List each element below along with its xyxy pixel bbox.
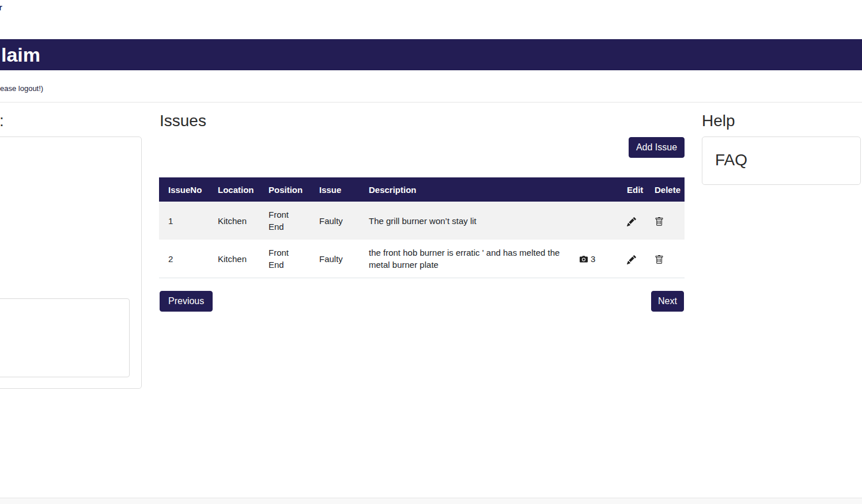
cell-location: Kitchen	[209, 202, 259, 240]
cell-position: Front End	[259, 240, 310, 278]
pencil-icon[interactable]	[627, 217, 636, 226]
page: r laim ease logout!) : Issues Add Issue …	[0, 0, 862, 504]
cell-position: Front End	[259, 202, 310, 240]
camera-icon	[579, 255, 588, 264]
divider	[0, 102, 862, 103]
col-header-issueno: IssueNo	[159, 177, 209, 202]
cell-location: Kitchen	[209, 240, 259, 278]
next-button[interactable]: Next	[651, 291, 684, 312]
page-title: laim	[1, 44, 40, 66]
photo-count-indicator[interactable]: 3	[579, 254, 595, 264]
col-header-edit: Edit	[618, 177, 645, 202]
pencil-icon[interactable]	[627, 255, 636, 264]
col-header-position: Position	[259, 177, 310, 202]
issues-table: IssueNo Location Position Issue Descript…	[159, 177, 685, 278]
left-panel-textarea[interactable]	[0, 298, 130, 377]
col-header-delete: Delete	[645, 177, 685, 202]
cell-edit	[618, 240, 645, 278]
cell-issueno: 2	[159, 240, 209, 278]
cell-delete	[645, 202, 685, 240]
cell-issueno: 1	[159, 202, 209, 240]
cell-delete	[645, 240, 685, 278]
table-header-row: IssueNo Location Position Issue Descript…	[159, 177, 685, 202]
photo-count: 3	[591, 254, 595, 264]
issues-heading: Issues	[160, 112, 206, 130]
faq-card[interactable]: FAQ	[702, 137, 861, 185]
hero-banner: laim	[0, 39, 862, 70]
col-header-location: Location	[209, 177, 259, 202]
faq-link[interactable]: FAQ	[715, 151, 747, 169]
table-row: 2 Kitchen Front End Faulty the front hob…	[159, 240, 685, 278]
footer	[0, 498, 862, 504]
col-header-photo	[570, 177, 618, 202]
cell-description: the front hob burner is erratic ' and ha…	[360, 240, 570, 278]
previous-button[interactable]: Previous	[160, 291, 213, 312]
cell-description: The grill burner won’t stay lit	[360, 202, 570, 240]
trash-icon[interactable]	[655, 217, 664, 226]
add-issue-button[interactable]: Add Issue	[629, 137, 685, 158]
cell-photo	[570, 202, 618, 240]
cell-issue: Faulty	[310, 202, 360, 240]
cell-issue: Faulty	[310, 240, 360, 278]
trash-icon[interactable]	[655, 255, 664, 264]
col-header-issue: Issue	[310, 177, 360, 202]
cell-edit	[618, 202, 645, 240]
navbar-brand[interactable]: r	[0, 2, 2, 12]
col-header-description: Description	[360, 177, 570, 202]
help-heading: Help	[702, 112, 735, 130]
table-row: 1 Kitchen Front End Faulty The grill bur…	[159, 202, 685, 240]
left-panel-heading: :	[0, 112, 4, 130]
cell-photo: 3	[570, 240, 618, 278]
logout-note: ease logout!)	[0, 84, 43, 93]
